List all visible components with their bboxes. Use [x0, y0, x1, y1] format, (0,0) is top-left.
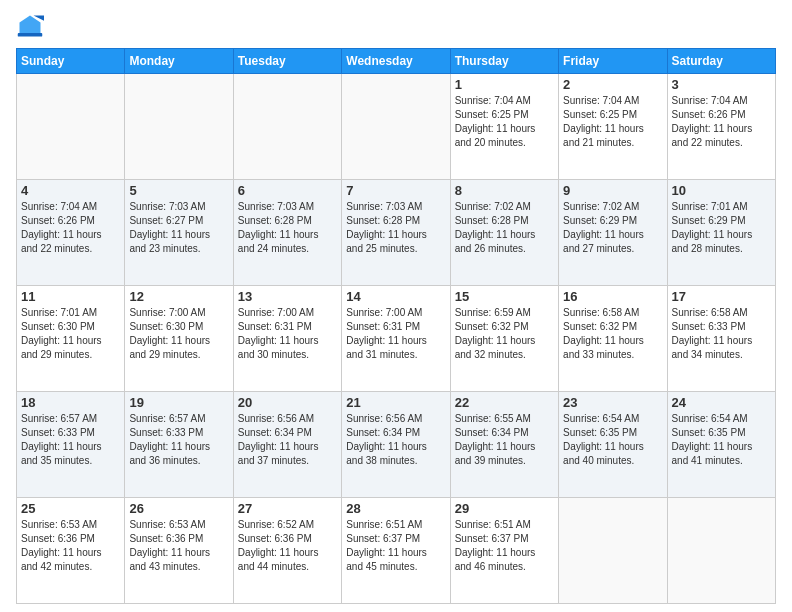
calendar-week-row: 25Sunrise: 6:53 AMSunset: 6:36 PMDayligh…: [17, 498, 776, 604]
calendar-cell: 16Sunrise: 6:58 AMSunset: 6:32 PMDayligh…: [559, 286, 667, 392]
col-header-wednesday: Wednesday: [342, 49, 450, 74]
calendar-cell: [233, 74, 341, 180]
day-number: 22: [455, 395, 554, 410]
day-detail: Sunrise: 6:58 AMSunset: 6:32 PMDaylight:…: [563, 306, 662, 362]
day-detail: Sunrise: 6:54 AMSunset: 6:35 PMDaylight:…: [672, 412, 771, 468]
calendar-cell: 8Sunrise: 7:02 AMSunset: 6:28 PMDaylight…: [450, 180, 558, 286]
day-detail: Sunrise: 6:56 AMSunset: 6:34 PMDaylight:…: [346, 412, 445, 468]
day-number: 16: [563, 289, 662, 304]
calendar-cell: 25Sunrise: 6:53 AMSunset: 6:36 PMDayligh…: [17, 498, 125, 604]
calendar-cell: 7Sunrise: 7:03 AMSunset: 6:28 PMDaylight…: [342, 180, 450, 286]
day-detail: Sunrise: 7:01 AMSunset: 6:30 PMDaylight:…: [21, 306, 120, 362]
day-number: 26: [129, 501, 228, 516]
day-number: 8: [455, 183, 554, 198]
calendar-cell: 10Sunrise: 7:01 AMSunset: 6:29 PMDayligh…: [667, 180, 775, 286]
calendar-cell: 11Sunrise: 7:01 AMSunset: 6:30 PMDayligh…: [17, 286, 125, 392]
day-number: 19: [129, 395, 228, 410]
day-number: 23: [563, 395, 662, 410]
calendar-cell: 17Sunrise: 6:58 AMSunset: 6:33 PMDayligh…: [667, 286, 775, 392]
day-detail: Sunrise: 6:54 AMSunset: 6:35 PMDaylight:…: [563, 412, 662, 468]
day-detail: Sunrise: 7:00 AMSunset: 6:31 PMDaylight:…: [346, 306, 445, 362]
day-detail: Sunrise: 6:56 AMSunset: 6:34 PMDaylight:…: [238, 412, 337, 468]
day-detail: Sunrise: 7:04 AMSunset: 6:26 PMDaylight:…: [21, 200, 120, 256]
calendar-cell: 4Sunrise: 7:04 AMSunset: 6:26 PMDaylight…: [17, 180, 125, 286]
day-detail: Sunrise: 7:00 AMSunset: 6:31 PMDaylight:…: [238, 306, 337, 362]
day-detail: Sunrise: 6:53 AMSunset: 6:36 PMDaylight:…: [21, 518, 120, 574]
calendar-cell: 19Sunrise: 6:57 AMSunset: 6:33 PMDayligh…: [125, 392, 233, 498]
col-header-monday: Monday: [125, 49, 233, 74]
calendar-cell: [17, 74, 125, 180]
calendar-cell: 21Sunrise: 6:56 AMSunset: 6:34 PMDayligh…: [342, 392, 450, 498]
calendar-cell: 23Sunrise: 6:54 AMSunset: 6:35 PMDayligh…: [559, 392, 667, 498]
day-number: 28: [346, 501, 445, 516]
day-number: 20: [238, 395, 337, 410]
col-header-friday: Friday: [559, 49, 667, 74]
page: SundayMondayTuesdayWednesdayThursdayFrid…: [0, 0, 792, 612]
calendar-cell: 12Sunrise: 7:00 AMSunset: 6:30 PMDayligh…: [125, 286, 233, 392]
day-detail: Sunrise: 6:51 AMSunset: 6:37 PMDaylight:…: [346, 518, 445, 574]
calendar-cell: 24Sunrise: 6:54 AMSunset: 6:35 PMDayligh…: [667, 392, 775, 498]
calendar-cell: 13Sunrise: 7:00 AMSunset: 6:31 PMDayligh…: [233, 286, 341, 392]
col-header-saturday: Saturday: [667, 49, 775, 74]
calendar-week-row: 18Sunrise: 6:57 AMSunset: 6:33 PMDayligh…: [17, 392, 776, 498]
calendar-cell: 29Sunrise: 6:51 AMSunset: 6:37 PMDayligh…: [450, 498, 558, 604]
day-number: 12: [129, 289, 228, 304]
calendar-cell: 18Sunrise: 6:57 AMSunset: 6:33 PMDayligh…: [17, 392, 125, 498]
day-detail: Sunrise: 6:57 AMSunset: 6:33 PMDaylight:…: [129, 412, 228, 468]
day-detail: Sunrise: 7:02 AMSunset: 6:29 PMDaylight:…: [563, 200, 662, 256]
col-header-thursday: Thursday: [450, 49, 558, 74]
calendar-cell: 2Sunrise: 7:04 AMSunset: 6:25 PMDaylight…: [559, 74, 667, 180]
day-number: 5: [129, 183, 228, 198]
calendar-cell: 26Sunrise: 6:53 AMSunset: 6:36 PMDayligh…: [125, 498, 233, 604]
day-number: 10: [672, 183, 771, 198]
day-detail: Sunrise: 6:59 AMSunset: 6:32 PMDaylight:…: [455, 306, 554, 362]
day-number: 14: [346, 289, 445, 304]
day-detail: Sunrise: 7:03 AMSunset: 6:28 PMDaylight:…: [238, 200, 337, 256]
calendar-cell: 9Sunrise: 7:02 AMSunset: 6:29 PMDaylight…: [559, 180, 667, 286]
calendar-week-row: 1Sunrise: 7:04 AMSunset: 6:25 PMDaylight…: [17, 74, 776, 180]
svg-marker-0: [20, 16, 41, 35]
day-number: 21: [346, 395, 445, 410]
day-number: 15: [455, 289, 554, 304]
svg-rect-2: [18, 33, 43, 37]
calendar-cell: [559, 498, 667, 604]
day-number: 13: [238, 289, 337, 304]
col-header-tuesday: Tuesday: [233, 49, 341, 74]
calendar-cell: 14Sunrise: 7:00 AMSunset: 6:31 PMDayligh…: [342, 286, 450, 392]
day-number: 18: [21, 395, 120, 410]
day-number: 2: [563, 77, 662, 92]
day-number: 7: [346, 183, 445, 198]
calendar-cell: [125, 74, 233, 180]
day-detail: Sunrise: 7:03 AMSunset: 6:28 PMDaylight:…: [346, 200, 445, 256]
calendar-cell: [342, 74, 450, 180]
calendar-cell: 27Sunrise: 6:52 AMSunset: 6:36 PMDayligh…: [233, 498, 341, 604]
day-number: 3: [672, 77, 771, 92]
day-detail: Sunrise: 7:00 AMSunset: 6:30 PMDaylight:…: [129, 306, 228, 362]
calendar-week-row: 4Sunrise: 7:04 AMSunset: 6:26 PMDaylight…: [17, 180, 776, 286]
day-detail: Sunrise: 7:01 AMSunset: 6:29 PMDaylight:…: [672, 200, 771, 256]
header: [16, 12, 776, 40]
day-detail: Sunrise: 6:58 AMSunset: 6:33 PMDaylight:…: [672, 306, 771, 362]
calendar-cell: [667, 498, 775, 604]
day-detail: Sunrise: 6:53 AMSunset: 6:36 PMDaylight:…: [129, 518, 228, 574]
calendar-week-row: 11Sunrise: 7:01 AMSunset: 6:30 PMDayligh…: [17, 286, 776, 392]
day-detail: Sunrise: 7:02 AMSunset: 6:28 PMDaylight:…: [455, 200, 554, 256]
day-number: 17: [672, 289, 771, 304]
day-detail: Sunrise: 7:04 AMSunset: 6:25 PMDaylight:…: [455, 94, 554, 150]
day-number: 24: [672, 395, 771, 410]
day-detail: Sunrise: 7:04 AMSunset: 6:26 PMDaylight:…: [672, 94, 771, 150]
day-number: 11: [21, 289, 120, 304]
day-detail: Sunrise: 7:04 AMSunset: 6:25 PMDaylight:…: [563, 94, 662, 150]
day-number: 4: [21, 183, 120, 198]
calendar-cell: 20Sunrise: 6:56 AMSunset: 6:34 PMDayligh…: [233, 392, 341, 498]
day-number: 1: [455, 77, 554, 92]
calendar-cell: 1Sunrise: 7:04 AMSunset: 6:25 PMDaylight…: [450, 74, 558, 180]
logo-icon: [16, 12, 44, 40]
day-detail: Sunrise: 6:55 AMSunset: 6:34 PMDaylight:…: [455, 412, 554, 468]
day-number: 9: [563, 183, 662, 198]
calendar-cell: 22Sunrise: 6:55 AMSunset: 6:34 PMDayligh…: [450, 392, 558, 498]
day-detail: Sunrise: 6:57 AMSunset: 6:33 PMDaylight:…: [21, 412, 120, 468]
day-number: 27: [238, 501, 337, 516]
col-header-sunday: Sunday: [17, 49, 125, 74]
day-detail: Sunrise: 7:03 AMSunset: 6:27 PMDaylight:…: [129, 200, 228, 256]
